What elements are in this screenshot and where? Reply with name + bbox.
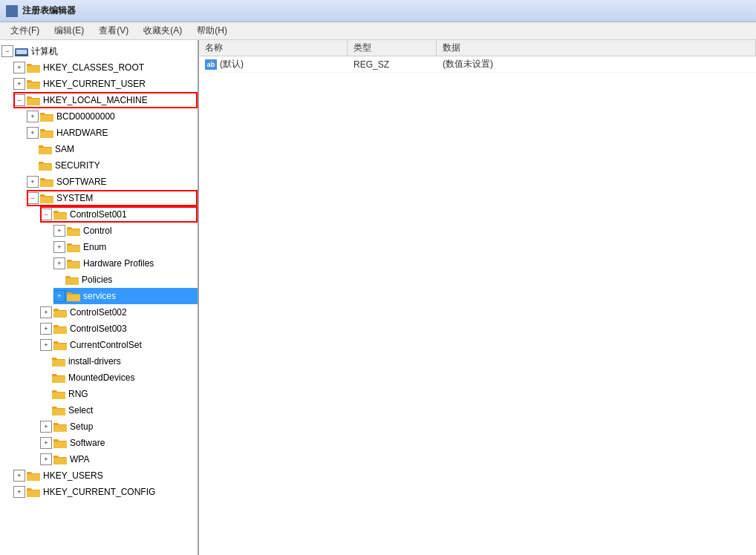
tree-row-services[interactable]: + services [53,288,198,304]
data-cell-value: (数值未设置) [437,56,756,72]
tree-row-hwprofiles[interactable]: + Hardware Profiles [53,255,198,272]
tree-node-hku: + HKEY_USERS [0,467,198,484]
folder-control [67,226,80,236]
tree-node-hkcr: + HKEY_CLASSES_ROOT [0,59,198,76]
expand-ccs[interactable]: + [40,339,52,351]
expand-services[interactable]: + [53,290,65,302]
expand-enum[interactable]: + [53,241,65,253]
expand-system[interactable]: − [27,192,39,204]
system-label: SYSTEM [56,193,93,203]
tree-row-system[interactable]: − SYSTEM [27,190,198,206]
tree-row-mntdev[interactable]: MountedDevices [40,370,198,386]
tree-row-sam[interactable]: SAM [27,141,198,157]
folder-software [40,177,53,187]
expand-hwprofiles[interactable]: + [53,257,65,269]
expand-cs002[interactable]: + [40,306,52,318]
expand-hkcc[interactable]: + [13,486,25,498]
folder-policies [65,275,79,285]
hkcc-label: HKEY_CURRENT_CONFIG [43,487,155,497]
folder-services [67,291,80,301]
tree-panel[interactable]: − 计算机 + HKEY_CLASSES_ROOT [0,40,199,555]
expand-hku[interactable]: + [13,470,25,482]
tree-node-cs002: + ControlSet002 [27,304,198,321]
tree-row-wpa[interactable]: + WPA [40,451,198,467]
tree-row-security[interactable]: SECURITY [27,157,198,174]
folder-wpa [53,454,67,464]
app-icon [6,5,18,17]
computer-label: 计算机 [31,45,58,58]
cs001-label: ControlSet001 [70,209,127,220]
expand-hklm[interactable]: − [13,94,25,106]
folder-select [52,405,65,416]
tree-row-installdrv[interactable]: install-drivers [40,353,198,370]
tree-row-hklm[interactable]: − HKEY_LOCAL_MACHINE [13,92,198,108]
policies-label: Policies [82,275,112,285]
tree-row-software-sys[interactable]: + Software [40,435,198,451]
tree-row-hardware[interactable]: + HARDWARE [27,125,198,141]
folder-hkcc [27,487,40,497]
tree-row-hkcc[interactable]: + HKEY_CURRENT_CONFIG [13,484,198,500]
tree-node-software-sys: + Software [27,435,198,451]
tree-row-cs003[interactable]: + ControlSet003 [40,321,198,337]
tree-node-control: + Control [40,223,198,239]
tree-row-hkcu[interactable]: + HKEY_CURRENT_USER [13,76,198,92]
main-container: − 计算机 + HKEY_CLASSES_ROOT [0,40,756,555]
expand-software-sys[interactable]: + [40,437,52,449]
data-row-default[interactable]: ab (默认) REG_SZ (数值未设置) [199,56,756,73]
expand-bcd[interactable]: + [27,111,39,122]
setup-label: Setup [70,421,93,432]
computer-icon [15,46,28,56]
tree-row-cs002[interactable]: + ControlSet002 [40,304,198,321]
expand-software[interactable]: + [27,176,39,188]
control-label: Control [83,226,112,236]
tree-row-bcd[interactable]: + BCD00000000 [27,108,198,125]
expand-cs003[interactable]: + [40,323,52,335]
expand-setup[interactable]: + [40,421,52,433]
tree-row-setup[interactable]: + Setup [40,418,198,435]
tree-row-computer[interactable]: − 计算机 [0,43,198,59]
svg-rect-0 [7,6,11,10]
menu-edit[interactable]: 编辑(E) [47,23,91,39]
tree-node-cs001: − ControlSet001 + [27,206,198,304]
tree-row-control[interactable]: + Control [53,223,198,239]
ccs-label: CurrentControlSet [70,340,142,350]
expand-hardware[interactable]: + [27,127,39,139]
tree-row-policies[interactable]: Policies [53,272,198,288]
folder-ccs [53,340,67,350]
menu-file[interactable]: 文件(F) [3,23,47,39]
menu-help[interactable]: 帮助(H) [189,23,235,39]
tree-row-rng[interactable]: RNG [40,386,198,402]
data-cell-name: ab (默认) [199,56,348,72]
tree-node-hklm: − HKEY_LOCAL_MACHINE + [0,92,198,467]
menu-favorites[interactable]: 收藏夹(A) [136,23,189,39]
tree-row-software[interactable]: + SOFTWARE [27,174,198,190]
title-bar: 注册表编辑器 [0,0,756,22]
mntdev-label: MountedDevices [68,372,134,383]
col-header-name: 名称 [199,40,348,56]
tree-node-installdrv: install-drivers [27,353,198,370]
tree-row-cs001[interactable]: − ControlSet001 [40,206,198,223]
tree-row-hkcr[interactable]: + HKEY_CLASSES_ROOT [13,59,198,76]
expand-cs001[interactable]: − [40,208,52,220]
expand-computer[interactable]: − [1,45,13,57]
hkcr-label: HKEY_CLASSES_ROOT [43,62,144,73]
right-panel: 名称 类型 数据 ab (默认) REG_SZ (数值未设置) [199,40,756,555]
menu-view[interactable]: 查看(V) [91,23,136,39]
expand-wpa[interactable]: + [40,453,52,465]
tree-node-services: + services [40,288,198,304]
expand-control[interactable]: + [53,225,65,237]
tree-row-ccs[interactable]: + CurrentControlSet [40,337,198,353]
expand-hkcu[interactable]: + [13,78,25,90]
expand-hkcr[interactable]: + [13,62,25,73]
folder-security [39,160,52,171]
tree-node-policies: Policies [40,272,198,288]
tree-node-hkcc: + HKEY_CURRENT_CONFIG [0,484,198,500]
tree-row-hku[interactable]: + HKEY_USERS [13,467,198,484]
col-header-data: 数据 [437,40,756,56]
folder-hkcu [27,79,40,89]
tree-row-select[interactable]: Select [40,402,198,418]
services-label: services [83,291,116,301]
folder-hklm [27,95,40,105]
ab-icon: ab [205,59,217,70]
tree-row-enum[interactable]: + Enum [53,239,198,255]
